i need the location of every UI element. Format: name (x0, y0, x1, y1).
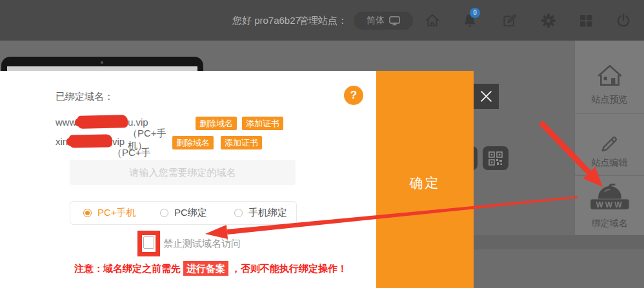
language-button[interactable]: 简体 (354, 12, 413, 30)
radio-selected-icon (83, 209, 92, 217)
help-button[interactable]: ? (344, 86, 363, 105)
radio-unselected-icon (160, 209, 168, 217)
house-icon (596, 62, 624, 90)
add-certificate-button[interactable]: 添加证书 (221, 136, 262, 149)
note-before: 注意：域名绑定之前需先 (74, 263, 181, 274)
radio-label: PC+手机 (97, 207, 136, 219)
sidebar-item-bind-domain[interactable]: WWW 绑定域名 (575, 176, 644, 235)
domain-input[interactable] (70, 160, 296, 185)
filing-link[interactable]: 进行备案 (183, 261, 228, 276)
www-globe-icon: WWW (589, 184, 630, 213)
sidebar-item-label: 站点编辑 (592, 157, 628, 169)
camera-dot (101, 61, 103, 64)
bind-domain-modal: ? 已绑定域名： www.x u.vip（PC+手机） 删除域名 添加证书 xi… (0, 71, 376, 288)
confirm-label: 确定 (376, 174, 474, 192)
background-band (474, 235, 644, 249)
radio-pc-mobile[interactable]: PC+手机 (83, 202, 136, 224)
bind-type-options: PC+手机 PC绑定 手机绑定 (70, 201, 297, 225)
sidebar-item-site-edit[interactable]: 站点编辑 (575, 114, 644, 176)
power-icon (615, 12, 632, 29)
delete-domain-button[interactable]: 删除域名 (172, 136, 214, 149)
redaction-scribble (77, 115, 128, 129)
home-icon (424, 12, 441, 29)
radio-unselected-icon (234, 209, 243, 217)
top-header: 您好 pro7a6b27 管理站点： 简体 0 (0, 0, 644, 41)
edit-icon (501, 12, 518, 29)
note-after: ，否则不能执行绑定操作！ (231, 263, 347, 274)
grid-icon (578, 13, 594, 28)
redaction-scribble (69, 134, 112, 148)
radio-pc-bind[interactable]: PC绑定 (160, 202, 207, 224)
right-sidebar: 站点预览 站点编辑 WWW 绑定域名 (574, 41, 644, 235)
add-certificate-button[interactable]: 添加证书 (242, 117, 283, 130)
notification-badge: 0 (470, 8, 480, 18)
pencil-icon (599, 131, 621, 153)
radio-label: PC绑定 (174, 207, 207, 219)
checkbox-label: 禁止测试域名访问 (163, 238, 241, 250)
sidebar-item-site-preview[interactable]: 站点预览 (575, 41, 644, 114)
edit-button[interactable] (501, 12, 518, 29)
confirm-button[interactable]: 确定 (376, 71, 474, 288)
note-text: 注意：域名绑定之前需先进行备案，否则不能执行绑定操作！ (74, 261, 347, 276)
qr-code-button[interactable] (483, 146, 508, 170)
sidebar-item-label: 站点预览 (592, 94, 628, 106)
radio-label: 手机绑定 (248, 207, 287, 219)
close-icon (479, 90, 493, 103)
page: 您好 pro7a6b27 管理站点： 简体 0 (0, 0, 644, 288)
radio-mobile-bind[interactable]: 手机绑定 (234, 202, 287, 224)
apps-grid-button[interactable] (578, 12, 594, 29)
delete-domain-button[interactable]: 删除域名 (196, 117, 237, 130)
qr-code-icon (488, 151, 503, 166)
language-label: 简体 (367, 15, 385, 26)
annotation-highlight-box (137, 231, 160, 256)
greeting-text: 您好 pro7a6b27 (232, 15, 301, 27)
monitor-icon (389, 16, 400, 26)
home-button[interactable] (424, 12, 441, 29)
svg-text:WWW: WWW (596, 200, 623, 209)
bound-domains-label: 已绑定域名： (55, 91, 114, 103)
logout-button[interactable] (615, 12, 632, 29)
settings-button[interactable] (540, 12, 557, 29)
close-button[interactable] (474, 84, 499, 109)
sidebar-item-label: 绑定域名 (592, 218, 628, 229)
manage-site-label: 管理站点： (299, 15, 347, 27)
tablet-mockup (1, 57, 203, 72)
gear-icon (540, 12, 557, 29)
